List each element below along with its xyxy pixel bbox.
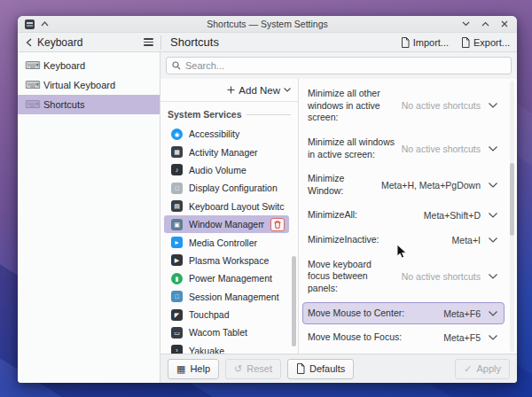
service-item-label: Plasma Workspace bbox=[189, 255, 285, 266]
service-item-session-management[interactable]: □Session Management bbox=[164, 288, 289, 306]
chevron-down-icon[interactable] bbox=[486, 274, 500, 279]
shortcut-label: Minimize Window: bbox=[308, 173, 376, 197]
help-button[interactable]: ▦ Help bbox=[168, 359, 219, 379]
services-scrollbar[interactable] bbox=[292, 256, 296, 346]
sidebar-item-shortcuts[interactable]: ⌨Shortcuts bbox=[18, 95, 160, 114]
service-item-label: Activity Manager bbox=[189, 147, 285, 158]
shortcut-label: Move keyboard focus between panels: bbox=[308, 259, 396, 295]
maximize-button[interactable] bbox=[480, 19, 490, 29]
back-label[interactable]: Keyboard bbox=[37, 36, 82, 49]
reset-button[interactable]: ↺ Reset bbox=[225, 359, 281, 379]
service-item-wacom-tablet[interactable]: ▭Wacom Tablet bbox=[164, 323, 289, 341]
shortcut-value: Meta+F5 bbox=[443, 332, 481, 343]
virtual-keyboard-icon: ⌨ bbox=[25, 80, 37, 90]
plasma-workspace-icon: ▶ bbox=[171, 254, 183, 266]
shortcuts-scrollbar[interactable] bbox=[510, 163, 514, 236]
service-item-yakuake[interactable]: ›Yakuake bbox=[164, 342, 289, 354]
import-button[interactable]: Import... bbox=[401, 37, 449, 48]
shortcut-value: No active shortcuts bbox=[402, 100, 481, 111]
back-icon[interactable] bbox=[26, 38, 32, 47]
service-item-power-management[interactable]: ▮Power Management bbox=[164, 269, 289, 287]
shortcut-row-minimizeinactive[interactable]: MinimizeInactive:Meta+I bbox=[302, 229, 505, 252]
service-item-label: Display Configuration bbox=[189, 183, 285, 193]
services-section-header: System Services bbox=[160, 102, 298, 123]
service-item-label: Session Management bbox=[189, 292, 285, 302]
import-icon bbox=[401, 37, 410, 48]
delete-service-button[interactable] bbox=[270, 218, 285, 231]
apply-button[interactable]: ✓ Apply bbox=[455, 359, 510, 379]
service-item-plasma-workspace[interactable]: ▶Plasma Workspace bbox=[164, 252, 289, 269]
shortcut-label: MinimizeInactive: bbox=[308, 234, 441, 246]
touchpad-icon: ◤ bbox=[171, 309, 183, 321]
shortcut-row-minimize-all-windows-in-active-screen[interactable]: Minimize all windows in active screen:No… bbox=[302, 131, 505, 166]
minimize-button[interactable] bbox=[460, 19, 471, 29]
keyboard-icon: ⌨ bbox=[25, 60, 37, 71]
shortcut-value: Meta+F6 bbox=[443, 308, 481, 319]
service-item-label: Accessibility bbox=[189, 128, 285, 139]
shortcut-value: No active shortcuts bbox=[402, 144, 481, 154]
chevron-down-icon[interactable] bbox=[486, 183, 500, 188]
trash-icon bbox=[274, 221, 281, 229]
shortcut-row-move-the-tablet-to-the-next-output[interactable]: Move the tablet to the next output:No ac… bbox=[302, 351, 505, 354]
shortcut-label: Move Mouse to Focus: bbox=[308, 331, 438, 344]
activity-manager-icon: ▦ bbox=[171, 146, 183, 158]
defaults-icon bbox=[296, 363, 305, 374]
service-item-media-controller[interactable]: ►Media Controller bbox=[164, 233, 289, 251]
sidebar-item-keyboard[interactable]: ⌨Keyboard bbox=[18, 56, 160, 75]
service-item-display-configuration[interactable]: □Display Configuration bbox=[164, 179, 289, 197]
shortcut-row-move-mouse-to-focus[interactable]: Move Mouse to Focus:Meta+F5 bbox=[302, 326, 505, 349]
chevron-down-icon[interactable] bbox=[486, 311, 500, 316]
shortcut-label: Minimize all windows in active screen: bbox=[308, 136, 396, 160]
service-item-label: Keyboard Layout Switcher bbox=[189, 201, 285, 212]
service-item-keyboard-layout-switcher[interactable]: ▤Keyboard Layout Switcher bbox=[164, 198, 289, 215]
chevron-down-icon bbox=[284, 88, 291, 92]
search-row: Search... bbox=[160, 52, 517, 79]
service-item-touchpad[interactable]: ◤Touchpad bbox=[164, 306, 289, 323]
service-item-label: Audio Volume bbox=[189, 165, 285, 175]
defaults-button[interactable]: Defaults bbox=[287, 359, 354, 379]
checkmark-icon: ✓ bbox=[464, 364, 472, 374]
media-controller-icon: ► bbox=[171, 237, 183, 248]
sidebar-item-virtual-keyboard[interactable]: ⌨Virtual Keyboard bbox=[18, 75, 160, 95]
chevron-down-icon[interactable] bbox=[486, 335, 500, 340]
shortcut-value: Meta+H, Meta+PgDown bbox=[381, 180, 481, 191]
search-input[interactable]: Search... bbox=[166, 57, 512, 74]
service-item-audio-volume[interactable]: ♪Audio Volume bbox=[164, 161, 289, 179]
service-item-label: Media Controller bbox=[189, 237, 285, 248]
footer: ▦ Help ↺ Reset Defaults ✓ Apply bbox=[160, 354, 517, 383]
sidebar-item-label: Keyboard bbox=[43, 60, 85, 71]
shortcut-row-minimizeall[interactable]: MinimizeAll:Meta+Shift+D bbox=[302, 204, 505, 227]
wacom-tablet-icon: ▭ bbox=[171, 327, 183, 339]
chevron-down-icon[interactable] bbox=[486, 213, 500, 218]
shortcut-row-minimize-all-other-windows-in-active-screen[interactable]: Minimize all other windows in active scr… bbox=[302, 82, 505, 129]
export-button[interactable]: Export... bbox=[461, 37, 510, 48]
shortcuts-pane: Minimize all other windows in active scr… bbox=[299, 79, 517, 354]
chevron-down-icon[interactable] bbox=[486, 146, 500, 152]
service-item-label: Window Management bbox=[189, 219, 264, 230]
window-title: Shortcuts — System Settings bbox=[18, 19, 517, 29]
chevron-down-icon[interactable] bbox=[486, 103, 500, 108]
chevron-down-icon[interactable] bbox=[486, 237, 500, 243]
service-item-window-management[interactable]: ▣Window Management bbox=[164, 215, 289, 233]
service-item-activity-manager[interactable]: ▦Activity Manager bbox=[164, 143, 289, 160]
shortcut-row-move-keyboard-focus-between-panels[interactable]: Move keyboard focus between panels:No ac… bbox=[302, 253, 505, 300]
add-new-button[interactable]: Add New bbox=[227, 85, 291, 96]
accessibility-icon: ◉ bbox=[171, 128, 183, 140]
window-management-icon: ▣ bbox=[171, 219, 183, 230]
header: Keyboard Shortcuts Import... Export... bbox=[18, 33, 517, 52]
shortcut-row-minimize-window[interactable]: Minimize Window:Meta+H, Meta+PgDown bbox=[302, 167, 505, 202]
shortcut-row-move-mouse-to-center[interactable]: Move Mouse to Center:Meta+F6 bbox=[302, 302, 505, 325]
search-icon bbox=[172, 61, 181, 70]
audio-volume-icon: ♪ bbox=[171, 164, 183, 175]
sidebar-item-label: Shortcuts bbox=[43, 99, 84, 110]
service-item-accessibility[interactable]: ◉Accessibility bbox=[164, 125, 289, 143]
shortcut-value: Meta+I bbox=[452, 235, 481, 245]
close-button[interactable] bbox=[499, 19, 510, 29]
services-pane: Add New System Services ◉Accessibility▦A… bbox=[160, 79, 299, 354]
yakuake-icon: › bbox=[171, 345, 183, 354]
shortcut-value: No active shortcuts bbox=[402, 271, 481, 282]
menu-icon[interactable] bbox=[142, 36, 155, 48]
help-icon: ▦ bbox=[176, 364, 185, 374]
shortcuts-list: Minimize all other windows in active scr… bbox=[302, 82, 505, 354]
titlebar[interactable]: Shortcuts — System Settings bbox=[18, 16, 517, 33]
